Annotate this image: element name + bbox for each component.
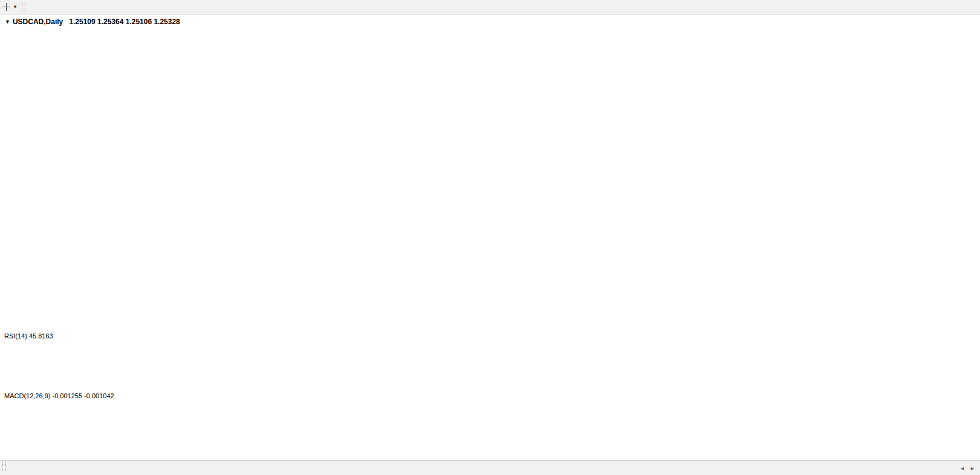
tab-scroll-left-icon[interactable]: ◄: [959, 465, 965, 471]
chart-tab-bar: ◄ ►: [0, 460, 980, 475]
rsi-indicator-label: RSI(14) 45.8163: [4, 332, 53, 340]
tab-scroll-right-icon[interactable]: ►: [970, 465, 975, 471]
chevron-down-icon: ▼: [13, 4, 18, 10]
draw-tool-button[interactable]: ▼: [0, 2, 19, 11]
tabbar-grip: [2, 461, 6, 471]
tab-scroll-buttons: ◄ ►: [955, 461, 980, 475]
toolbar-grip: [22, 2, 25, 12]
symbol-dropdown-icon[interactable]: ▼: [5, 19, 10, 25]
chart-ohlc-quote: 1.25109 1.25364 1.25106 1.25328: [69, 18, 180, 26]
mt4-window: ▼ ▼USDCAD,Daily1.25109 1.25364 1.25106 1…: [0, 0, 980, 475]
crosshair-icon: [2, 2, 11, 11]
chart-symbol-period: USDCAD,Daily: [13, 18, 63, 26]
chart-title[interactable]: ▼USDCAD,Daily1.25109 1.25364 1.25106 1.2…: [5, 18, 180, 26]
timeframe-toolbar: ▼: [0, 0, 980, 15]
macd-indicator-label: MACD(12,26,9) -0.001255 -0.001042: [4, 392, 114, 399]
chart-area[interactable]: [0, 0, 980, 460]
